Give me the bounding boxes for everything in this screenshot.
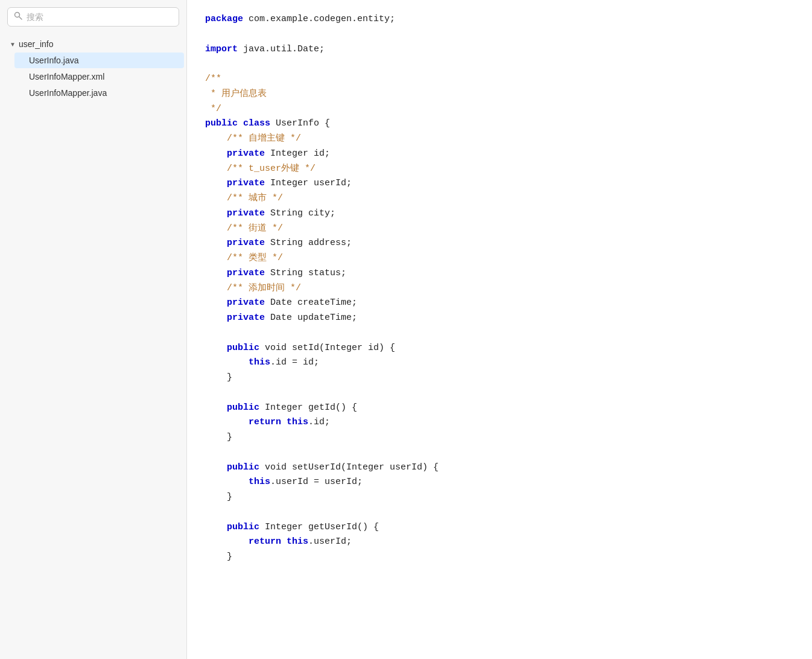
code-editor[interactable]: package com.example.codegen.entity;impor…: [187, 0, 812, 659]
code-line: private String address;: [205, 236, 794, 251]
text-token: [205, 357, 249, 368]
text-token: Date createTime;: [265, 298, 357, 308]
code-empty-line: [205, 505, 794, 520]
folder-user-info[interactable]: ▼ user_info: [5, 36, 186, 52]
text-token: [205, 223, 227, 234]
text-token: }: [205, 552, 232, 562]
search-input[interactable]: [27, 12, 173, 22]
code-line: return this.id;: [205, 415, 794, 430]
text-token: .id;: [308, 417, 330, 427]
text-token: Integer id;: [265, 148, 330, 159]
text-token: [205, 298, 227, 308]
text-token: [238, 118, 243, 129]
comment-token: /** 街道 */: [227, 223, 283, 234]
code-line: /** 添加时间 */: [205, 281, 794, 296]
text-token: }: [205, 432, 232, 442]
code-line: public void setUserId(Integer userId) {: [205, 460, 794, 476]
code-line: /**: [205, 72, 794, 87]
text-token: void setUserId(Integer userId) {: [259, 462, 439, 473]
keyword-token: private: [227, 313, 265, 323]
file-label: UserInfoMapper.java: [29, 88, 107, 98]
text-token: String status;: [265, 268, 346, 278]
keyword-token: public: [227, 462, 259, 473]
code-empty-line: [205, 57, 794, 72]
keyword-token: private: [227, 268, 265, 278]
code-line: /** t_user外键 */: [205, 162, 794, 177]
code-empty-line: [205, 27, 794, 42]
code-line: package com.example.codegen.entity;: [205, 12, 794, 27]
code-line: }: [205, 490, 794, 505]
search-bar[interactable]: [7, 7, 179, 27]
code-empty-line: [205, 445, 794, 460]
code-line: /** 类型 */: [205, 251, 794, 266]
sidebar: ▼ user_info UserInfo.java UserInfoMapper…: [0, 0, 187, 659]
keyword-token: private: [227, 208, 265, 218]
code-line: this.userId = userId;: [205, 475, 794, 490]
text-token: [205, 417, 249, 427]
code-line: public Integer getUserId() {: [205, 520, 794, 535]
code-line: /** 街道 */: [205, 221, 794, 237]
folder-children: UserInfo.java UserInfoMapper.xml UserInf…: [5, 53, 186, 101]
text-token: [205, 536, 249, 547]
code-line: }: [205, 550, 794, 565]
keyword-token: this: [249, 477, 270, 487]
text-token: [281, 536, 287, 547]
keyword-token: return: [249, 417, 281, 427]
code-line: public void setId(Integer id) {: [205, 341, 794, 356]
file-label: UserInfo.java: [29, 56, 78, 65]
text-token: [205, 193, 227, 203]
text-token: Integer getId() {: [259, 403, 357, 413]
code-line: public Integer getId() {: [205, 401, 794, 416]
code-line: private String city;: [205, 206, 794, 221]
file-userinfo-java[interactable]: UserInfo.java: [14, 53, 184, 68]
text-token: [205, 208, 227, 218]
code-line: /** 自增主键 */: [205, 132, 794, 147]
code-line: public class UserInfo {: [205, 116, 794, 132]
svg-line-1: [19, 17, 22, 19]
keyword-token: public: [205, 118, 238, 129]
comment-token: /** 类型 */: [227, 253, 283, 263]
text-token: [205, 403, 227, 413]
file-userinfomapper-xml[interactable]: UserInfoMapper.xml: [14, 69, 184, 84]
keyword-token: private: [227, 148, 265, 159]
text-token: java.util.Date;: [238, 44, 325, 54]
code-empty-line: [205, 326, 794, 341]
text-token: .userId;: [308, 536, 352, 547]
file-userinfomapper-java[interactable]: UserInfoMapper.java: [14, 85, 184, 101]
text-token: com.example.codegen.entity;: [243, 14, 395, 24]
text-token: UserInfo {: [270, 118, 330, 129]
keyword-token: package: [205, 14, 243, 24]
comment-token: * 用户信息表: [205, 89, 267, 99]
comment-token: /** 城市 */: [227, 193, 283, 203]
text-token: [205, 477, 249, 487]
code-line: }: [205, 371, 794, 386]
code-line: private String status;: [205, 266, 794, 281]
keyword-token: private: [227, 178, 265, 188]
code-line: /** 城市 */: [205, 191, 794, 206]
text-token: }: [205, 492, 232, 502]
code-line: private Integer userId;: [205, 176, 794, 191]
keyword-token: import: [205, 44, 238, 54]
text-token: [205, 343, 227, 353]
keyword-token: class: [243, 118, 270, 129]
keyword-token: this: [249, 357, 270, 368]
code-empty-line: [205, 386, 794, 401]
code-line: */: [205, 102, 794, 117]
text-token: void setId(Integer id) {: [259, 343, 395, 353]
file-tree: ▼ user_info UserInfo.java UserInfoMapper…: [0, 36, 186, 101]
text-token: [205, 148, 227, 159]
code-line: * 用户信息表: [205, 87, 794, 102]
text-token: String city;: [265, 208, 335, 218]
text-token: Integer userId;: [265, 178, 352, 188]
code-line: return this.userId;: [205, 535, 794, 550]
text-token: [205, 253, 227, 263]
text-token: [205, 462, 227, 473]
text-token: String address;: [265, 238, 352, 248]
text-token: [205, 313, 227, 323]
keyword-token: this: [287, 536, 308, 547]
text-token: }: [205, 372, 232, 383]
keyword-token: private: [227, 298, 265, 308]
keyword-token: public: [227, 343, 259, 353]
text-token: [205, 133, 227, 144]
text-token: [205, 522, 227, 532]
